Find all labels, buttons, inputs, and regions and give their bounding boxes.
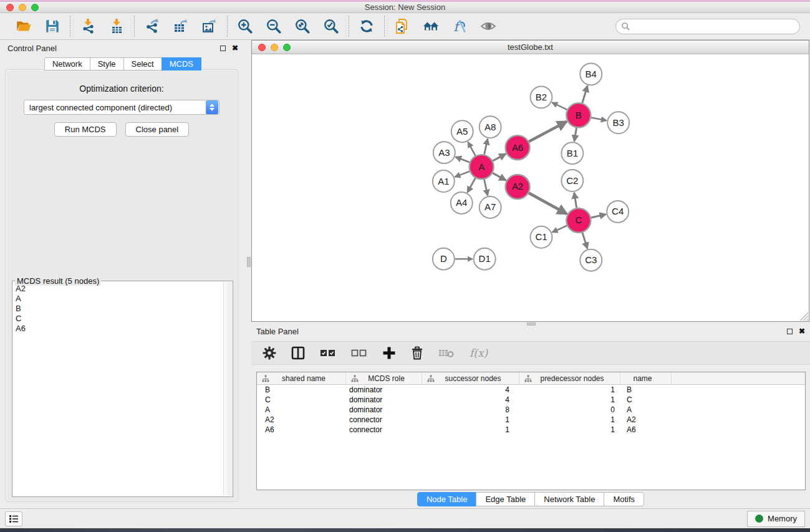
graph-edge-A-A2[interactable] <box>493 173 506 180</box>
graph-node-A1[interactable]: A1 <box>433 170 455 192</box>
graph-node-A2[interactable]: A2 <box>506 175 530 199</box>
graph-edge-C-C2[interactable] <box>574 193 577 208</box>
table-row[interactable]: A6connector11A6 <box>257 425 805 435</box>
graph-edge-C-C3[interactable] <box>582 233 587 249</box>
table-cell[interactable]: A6 <box>257 425 346 434</box>
table-cell[interactable]: 1 <box>519 385 620 394</box>
deselect-all-rows-icon[interactable] <box>351 348 367 358</box>
table-cell[interactable]: 1 <box>519 425 620 434</box>
graph-edge-B-B3[interactable] <box>591 118 607 121</box>
graph-node-C2[interactable]: C2 <box>561 170 583 191</box>
table-row[interactable]: Bdominator41B <box>257 385 805 395</box>
graph-edge-A-A4[interactable] <box>468 178 476 192</box>
select-all-rows-icon[interactable] <box>320 348 336 358</box>
column-header-predecessor-nodes[interactable]: predecessor nodes <box>519 372 620 384</box>
zoom-fit-icon[interactable] <box>294 17 311 35</box>
zoom-in-icon[interactable] <box>236 17 254 35</box>
mcds-result-item[interactable]: A6 <box>16 324 223 334</box>
hide-function-icon[interactable]: f <box>451 17 468 35</box>
column-layout-icon[interactable] <box>291 346 305 360</box>
table-cell[interactable]: 8 <box>422 405 519 414</box>
table-cell[interactable]: dominator <box>346 385 422 394</box>
network-from-file-icon[interactable] <box>393 17 411 35</box>
zoom-window-button[interactable] <box>31 4 39 11</box>
table-cell[interactable]: A2 <box>620 415 672 424</box>
graph-edge-A-A3[interactable] <box>455 157 470 163</box>
table-cell[interactable]: A6 <box>620 425 672 434</box>
graph-node-A8[interactable]: A8 <box>480 116 501 138</box>
graph-node-C3[interactable]: C3 <box>580 249 602 271</box>
graph-edge-A2-C[interactable] <box>529 193 567 214</box>
minimize-network-button[interactable] <box>271 44 278 51</box>
zoom-selected-icon[interactable] <box>322 17 340 35</box>
table-row[interactable]: Adominator80A <box>257 405 805 415</box>
run-mcds-button[interactable]: Run MCDS <box>54 122 117 137</box>
table-cell[interactable]: dominator <box>346 395 422 404</box>
splitpane-handle-left[interactable] <box>247 257 251 267</box>
graph-edge-B-B2[interactable] <box>552 102 567 110</box>
graph-node-B2[interactable]: B2 <box>531 86 552 108</box>
graph-node-B4[interactable]: B4 <box>580 63 602 85</box>
graph-edge-B-B1[interactable] <box>574 128 577 141</box>
network-graph[interactable]: B4B2BB3A8A5A6A3B1AA1C2A2A4A7C4CC1C3DD1 <box>252 54 809 321</box>
function-builder-icon[interactable]: f(x) <box>470 347 488 359</box>
criterion-select[interactable]: largest connected component (directed) <box>24 100 219 115</box>
table-cell[interactable]: C <box>620 395 672 404</box>
table-cell[interactable]: B <box>620 385 672 394</box>
table-cell[interactable]: connector <box>346 415 422 424</box>
table-cell[interactable]: 1 <box>422 425 519 434</box>
graph-node-A5[interactable]: A5 <box>451 120 473 142</box>
graph-node-B[interactable]: B <box>566 103 591 127</box>
tab-motifs[interactable]: Motifs <box>604 492 644 506</box>
zoom-network-button[interactable] <box>283 44 291 51</box>
table-cell[interactable]: 0 <box>519 405 620 414</box>
graph-node-A3[interactable]: A3 <box>433 142 455 163</box>
graph-edge-A-A7[interactable] <box>484 180 488 196</box>
import-network-icon[interactable] <box>79 17 97 35</box>
graph-node-A[interactable]: A <box>470 155 494 179</box>
graph-node-A7[interactable]: A7 <box>480 196 501 218</box>
open-file-icon[interactable] <box>15 17 32 35</box>
table-cell[interactable]: 4 <box>422 395 519 404</box>
table-row[interactable]: Cdominator41C <box>257 395 805 405</box>
table-cell[interactable]: B <box>257 385 346 394</box>
close-table-panel-icon[interactable]: ✖ <box>799 327 805 335</box>
refresh-icon[interactable] <box>358 17 375 35</box>
tab-edge-table[interactable]: Edge Table <box>476 492 535 506</box>
table-cell[interactable]: C <box>257 395 346 404</box>
close-panel-icon[interactable]: ✖ <box>232 44 238 52</box>
table-cell[interactable]: A <box>620 405 672 414</box>
window-resize-grip[interactable] <box>800 312 808 321</box>
mcds-result-item[interactable]: B <box>16 304 223 314</box>
minimize-window-button[interactable] <box>19 4 26 11</box>
tab-node-table[interactable]: Node Table <box>417 492 477 506</box>
mcds-list-scrollbar[interactable] <box>223 282 232 496</box>
graph-node-B1[interactable]: B1 <box>561 142 583 164</box>
delete-column-icon[interactable] <box>411 346 423 360</box>
table-cell[interactable]: connector <box>346 425 422 434</box>
graph-node-A4[interactable]: A4 <box>451 192 473 214</box>
graph-edge-A-A5[interactable] <box>468 142 476 156</box>
column-header-mcds-role[interactable]: MCDS role <box>346 372 422 384</box>
network-canvas[interactable]: B4B2BB3A8A5A6A3B1AA1C2A2A4A7C4CC1C3DD1 <box>252 54 809 321</box>
graph-edge-A-A6[interactable] <box>493 154 506 161</box>
export-image-icon[interactable] <box>201 17 218 35</box>
search-input[interactable] <box>615 19 800 34</box>
close-panel-button[interactable]: Close panel <box>125 122 190 137</box>
column-header-name[interactable]: name <box>620 372 672 384</box>
graph-node-C[interactable]: C <box>566 208 591 233</box>
graph-node-D1[interactable]: D1 <box>474 248 496 270</box>
settings-gear-icon[interactable] <box>263 346 276 360</box>
graph-edge-A6-B[interactable] <box>529 122 567 142</box>
graph-edge-A-A8[interactable] <box>485 139 488 155</box>
import-table-icon[interactable] <box>108 17 125 35</box>
table-cell[interactable]: dominator <box>346 405 422 414</box>
column-header-shared-name[interactable]: shared name <box>257 372 346 384</box>
mcds-result-item[interactable]: A <box>16 294 223 304</box>
graph-edge-C-C1[interactable] <box>552 226 567 233</box>
mcds-result-item[interactable]: C <box>16 314 223 324</box>
table-cell[interactable]: 1 <box>422 415 519 424</box>
table-cell[interactable]: A2 <box>257 415 346 424</box>
memory-button[interactable]: Memory <box>747 511 805 527</box>
graph-node-A6[interactable]: A6 <box>506 135 530 160</box>
